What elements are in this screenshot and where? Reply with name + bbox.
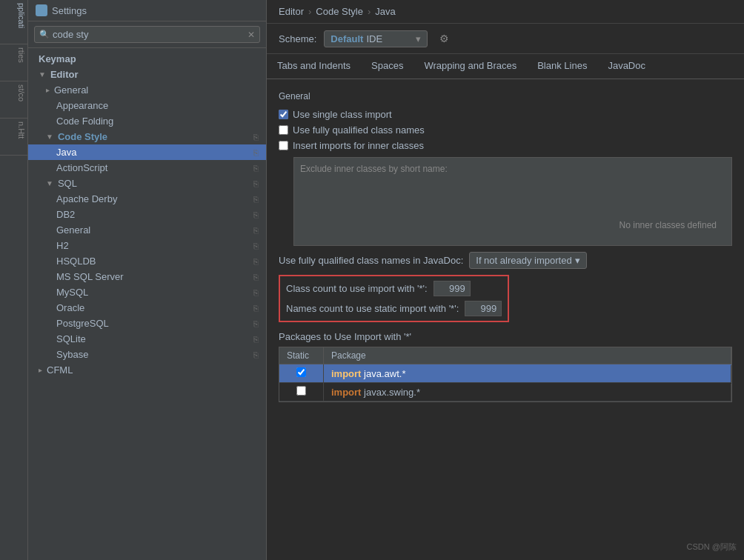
breadcrumb-sep1: › bbox=[308, 6, 311, 17]
tree-label: General bbox=[54, 84, 88, 96]
breadcrumb-code-style[interactable]: Code Style bbox=[316, 6, 363, 17]
tab-tabs-and-indents[interactable]: Tabs and Indents bbox=[267, 54, 361, 79]
table-row[interactable]: import java.awt.* bbox=[279, 364, 731, 383]
copy-icon: ⎘ bbox=[253, 164, 259, 173]
tree-label: Appearance bbox=[56, 100, 108, 111]
tree-item-hsqldb[interactable]: HSQLDB ⎘ bbox=[28, 253, 266, 269]
checkbox-inner-classes: Insert imports for inner classes bbox=[279, 140, 732, 151]
tree-label: PostgreSQL bbox=[56, 318, 109, 329]
class-count-input[interactable] bbox=[434, 281, 471, 296]
tree-item-cfml[interactable]: ▸ CFML bbox=[28, 362, 266, 378]
tree-label: MySQL bbox=[56, 287, 88, 298]
row2-static-checkbox[interactable] bbox=[296, 386, 306, 396]
checkbox-inner-classes-label: Insert imports for inner classes bbox=[293, 140, 424, 151]
watermark: CSDN @阿陈 bbox=[687, 541, 737, 553]
tree-item-postgresql[interactable]: PostgreSQL ⎘ bbox=[28, 316, 266, 331]
scheme-name: Default bbox=[331, 33, 363, 44]
copy-icon: ⎘ bbox=[253, 210, 259, 219]
copy-icon: ⎘ bbox=[253, 257, 259, 266]
tab-spaces[interactable]: Spaces bbox=[361, 54, 413, 79]
tree-item-sybase[interactable]: Sybase ⎘ bbox=[28, 347, 266, 362]
left-tab-stco[interactable]: st/co bbox=[0, 81, 27, 119]
tree-item-h2[interactable]: H2 ⎘ bbox=[28, 238, 266, 253]
tree-label: General bbox=[56, 224, 90, 236]
left-tab-applicati[interactable]: pplicati bbox=[0, 0, 27, 44]
tree-item-keymap[interactable]: Keymap bbox=[28, 51, 266, 67]
highlight-box: Class count to use import with '*': Name… bbox=[279, 275, 509, 322]
search-icon: 🔍 bbox=[39, 30, 50, 39]
col-package: Package bbox=[324, 347, 731, 364]
names-count-input[interactable] bbox=[465, 301, 502, 316]
tree-item-code-style[interactable]: ▼ Code Style ⎘ bbox=[28, 129, 266, 144]
table-row[interactable]: import javax.swing.* bbox=[279, 383, 731, 401]
packages-table: Static Package import java.awt.* bbox=[279, 347, 732, 402]
checkbox-single-import: Use single class import bbox=[279, 109, 732, 120]
tree-item-general-sql[interactable]: General ⎘ bbox=[28, 222, 266, 238]
tab-javadoc[interactable]: JavaDoc bbox=[597, 54, 656, 79]
javadoc-param-row: Use fully qualified class names in JavaD… bbox=[279, 252, 732, 269]
tree-item-general[interactable]: ▸ General bbox=[28, 82, 266, 98]
clear-icon[interactable]: ✕ bbox=[248, 30, 255, 40]
breadcrumb-editor[interactable]: Editor bbox=[279, 6, 304, 17]
checkbox-qualified-names-input[interactable] bbox=[279, 125, 288, 135]
tree-label: Oracle bbox=[56, 302, 84, 313]
names-count-label: Names count to use static import with '*… bbox=[286, 303, 459, 314]
left-tab-nhtt[interactable]: n.Htt bbox=[0, 119, 27, 156]
arrow-icon: ▼ bbox=[46, 133, 53, 141]
tree-item-db2[interactable]: DB2 ⎘ bbox=[28, 207, 266, 222]
tree-label: CFML bbox=[47, 364, 73, 376]
left-tab-rties[interactable]: rties bbox=[0, 44, 27, 81]
scheme-dropdown[interactable]: Default IDE ▾ bbox=[324, 30, 428, 47]
tree-label: Java bbox=[56, 147, 76, 158]
tree-item-actionscript[interactable]: ActionScript ⎘ bbox=[28, 160, 266, 176]
tree-label: HSQLDB bbox=[56, 256, 96, 267]
window-title-bar: Settings bbox=[28, 0, 266, 21]
row1-static-checkbox[interactable] bbox=[296, 367, 306, 377]
cell-static bbox=[279, 383, 324, 401]
javadoc-value: If not already imported bbox=[476, 255, 571, 266]
arrow-icon: ▸ bbox=[39, 366, 42, 374]
javadoc-dropdown[interactable]: If not already imported ▾ bbox=[469, 252, 586, 269]
copy-icon: ⎘ bbox=[253, 273, 259, 281]
content-pane: General Use single class import Use full… bbox=[267, 79, 744, 560]
copy-icon: ⎘ bbox=[253, 241, 259, 250]
checkbox-single-import-input[interactable] bbox=[279, 110, 288, 119]
tree-label: ActionScript bbox=[56, 162, 107, 173]
breadcrumb-sep2: › bbox=[368, 6, 371, 17]
scheme-label: Scheme: bbox=[279, 33, 316, 44]
search-input[interactable] bbox=[53, 29, 248, 40]
names-count-row: Names count to use static import with '*… bbox=[286, 301, 502, 316]
import-keyword: import bbox=[331, 387, 361, 398]
tree-label: SQLite bbox=[56, 333, 86, 344]
tab-wrapping-and-braces[interactable]: Wrapping and Braces bbox=[413, 54, 527, 79]
dropdown-arrow-icon: ▾ bbox=[416, 33, 421, 44]
cell-package: import java.awt.* bbox=[324, 365, 731, 382]
general-section-title: General bbox=[279, 91, 732, 101]
tree-item-editor[interactable]: ▼ Editor bbox=[28, 67, 266, 82]
arrow-icon: ▸ bbox=[46, 86, 50, 94]
tree-item-mysql[interactable]: MySQL ⎘ bbox=[28, 284, 266, 300]
tree-item-mssql[interactable]: MS SQL Server ⎘ bbox=[28, 269, 266, 284]
tree-item-appearance[interactable]: Appearance bbox=[28, 98, 266, 113]
app-icon bbox=[36, 4, 47, 16]
class-count-row: Class count to use import with '*': bbox=[286, 281, 502, 296]
tree-item-sql[interactable]: ▼ SQL ⎘ bbox=[28, 176, 266, 191]
gear-button[interactable]: ⚙ bbox=[435, 30, 454, 47]
tree-item-sqlite[interactable]: SQLite ⎘ bbox=[28, 331, 266, 347]
tree-item-code-folding[interactable]: Code Folding bbox=[28, 113, 266, 129]
tree-label: Code Style bbox=[58, 131, 107, 142]
col-static: Static bbox=[279, 347, 324, 364]
inner-classes-placeholder: Exclude inner classes by short name: bbox=[300, 164, 448, 174]
tree-item-oracle[interactable]: Oracle ⎘ bbox=[28, 300, 266, 316]
settings-tree: Keymap ▼ Editor ▸ General Appearance Cod… bbox=[28, 48, 266, 560]
copy-icon: ⎘ bbox=[253, 226, 259, 235]
checkbox-inner-classes-input[interactable] bbox=[279, 141, 288, 150]
tree-label: DB2 bbox=[56, 209, 75, 220]
tree-item-apache-derby[interactable]: Apache Derby ⎘ bbox=[28, 191, 266, 207]
tab-blank-lines[interactable]: Blank Lines bbox=[527, 54, 597, 79]
copy-icon: ⎘ bbox=[253, 133, 259, 141]
tabs-bar: Tabs and Indents Spaces Wrapping and Bra… bbox=[267, 54, 744, 79]
import-class: javax.swing.* bbox=[364, 387, 420, 398]
tree-item-java[interactable]: Java ⎘ bbox=[28, 144, 266, 160]
copy-icon: ⎘ bbox=[253, 335, 259, 344]
